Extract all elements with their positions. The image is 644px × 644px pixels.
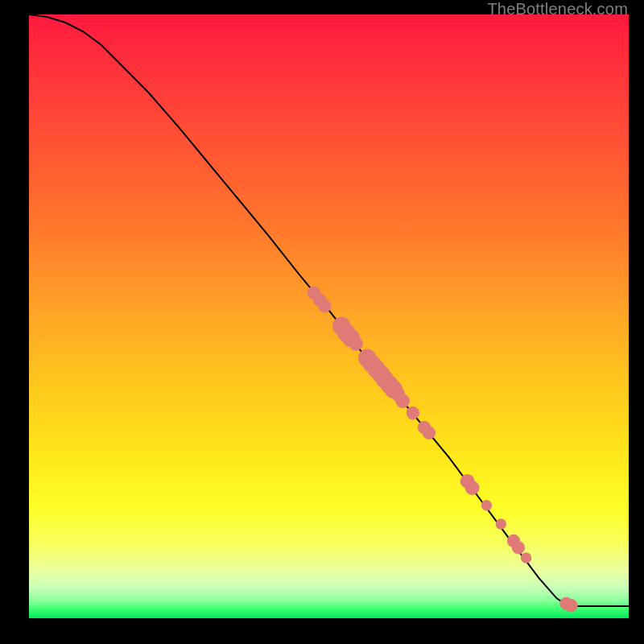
marked-point xyxy=(423,427,436,440)
marked-point xyxy=(349,336,363,351)
marked-point xyxy=(496,518,506,529)
marked-point xyxy=(465,481,480,495)
marked-point xyxy=(521,552,531,563)
marked-point xyxy=(318,299,331,312)
frame-left xyxy=(0,0,29,644)
frame-right xyxy=(629,0,644,644)
chart-stage: TheBottleneck.com xyxy=(0,0,644,644)
marked-point xyxy=(564,599,577,612)
marked-point xyxy=(407,407,419,419)
marked-point xyxy=(512,541,525,554)
marked-point xyxy=(481,500,492,510)
frame-bottom xyxy=(0,618,644,644)
plot-area xyxy=(29,14,629,618)
marked-point xyxy=(395,394,410,408)
chart-svg xyxy=(29,14,629,618)
attribution-text: TheBottleneck.com xyxy=(487,0,628,19)
